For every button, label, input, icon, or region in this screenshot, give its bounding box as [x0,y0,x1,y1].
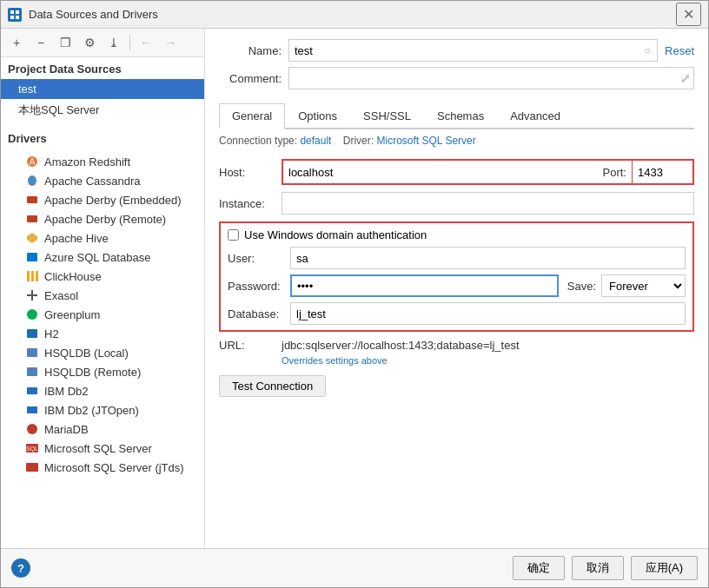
forward-button[interactable]: → [160,32,181,53]
driver-apache-hive[interactable]: Apache Hive [1,228,204,248]
tab-schemas[interactable]: Schemas [424,103,497,129]
name-input[interactable] [288,39,658,62]
conn-type-label: Connection type: [219,135,297,147]
driver-h2[interactable]: H2 [1,324,204,343]
tab-advanced[interactable]: Advanced [497,103,573,129]
driver-mssql[interactable]: SQL Microsoft SQL Server [1,439,204,458]
close-button[interactable]: ✕ [676,3,701,26]
driver-azure-sql[interactable]: Azure SQL Database [1,248,204,267]
instance-input[interactable] [282,192,694,215]
project-item-local-sql-label: 本地SQL Server [18,103,99,116]
tab-options[interactable]: Options [285,103,350,129]
driver-ibm-db2-label: IBM Db2 [44,385,89,398]
reset-link[interactable]: Reset [665,44,694,57]
driver-value[interactable]: Microsoft SQL Server [376,135,475,147]
driver-apache-derby-remote-label: Apache Derby (Remote) [44,213,166,226]
bottom-bar: ? 确定 取消 应用(A) [1,548,708,587]
tab-sshssl[interactable]: SSH/SSL [350,103,424,129]
settings-button[interactable]: ⚙ [79,32,100,53]
svg-rect-19 [27,367,37,376]
title-bar: Data Sources and Drivers ✕ [1,1,708,29]
host-input[interactable] [283,161,598,183]
window-title: Data Sources and Drivers [29,8,158,21]
url-value: jdbc:sqlserver://localhost:1433;database… [282,339,520,352]
save-select[interactable]: Forever Until restart Never [601,274,686,297]
svg-rect-21 [27,406,37,413]
windows-auth-row: Use Windows domain authentication [228,228,686,241]
driver-greenplum[interactable]: Greenplum [1,305,204,324]
driver-apache-cassandra-label: Apache Cassandra [44,175,141,188]
svg-rect-11 [27,271,30,281]
svg-rect-13 [36,271,38,281]
test-connection-button[interactable]: Test Connection [219,375,326,397]
windows-auth-checkbox[interactable] [228,229,239,241]
svg-rect-1 [16,10,19,14]
overrides-text[interactable]: Overrides settings above [282,355,388,366]
driver-ibm-db2-jtopen-label: IBM Db2 (JTOpen) [44,404,139,417]
driver-exasol-label: Exasol [44,289,78,302]
svg-rect-12 [31,271,34,281]
left-panel: + − ❐ ⚙ ⤓ ← → Project Data Sources test … [1,29,205,548]
left-toolbar: + − ❐ ⚙ ⤓ ← → [1,29,204,57]
tab-general[interactable]: General [219,103,285,129]
driver-ibm-db2[interactable]: IBM Db2 [1,381,204,400]
svg-rect-10 [27,253,37,261]
password-input[interactable] [290,274,559,297]
comment-input[interactable] [288,67,694,89]
port-input[interactable] [632,161,692,183]
driver-exasol-icon [25,288,39,302]
user-input[interactable] [290,247,686,269]
driver-apache-derby-remote-icon [25,212,39,226]
driver-hsqldb-local-label: HSQLDB (Local) [44,347,129,360]
svg-rect-18 [27,348,37,357]
back-button[interactable]: ← [136,32,156,53]
database-row: Database: [228,302,686,325]
driver-hsqldb-local[interactable]: HSQLDB (Local) [1,343,204,362]
driver-apache-derby-embedded[interactable]: Apache Derby (Embedded) [1,190,204,209]
name-clear-button[interactable]: ○ [640,43,654,57]
user-row: User: [228,247,686,269]
driver-hsqldb-remote[interactable]: HSQLDB (Remote) [1,362,204,381]
host-port-wrap: Port: [282,159,694,185]
copy-button[interactable]: ❐ [55,32,76,53]
url-label: URL: [219,339,282,352]
tabs-row: General Options SSH/SSL Schemas Advanced [219,103,694,129]
project-item-test[interactable]: test [1,79,204,99]
add-button[interactable]: + [6,32,27,53]
right-panel: Name: ○ Reset Comment: ⤢ [205,29,708,548]
cancel-button[interactable]: 取消 [572,556,624,580]
confirm-button[interactable]: 确定 [513,556,565,580]
export-button[interactable]: ⤓ [103,32,124,53]
host-row: Host: Port: [219,159,694,185]
driver-hsqldb-remote-label: HSQLDB (Remote) [44,366,141,379]
help-button[interactable]: ? [11,558,30,578]
driver-apache-cassandra[interactable]: Apache Cassandra [1,171,204,190]
instance-label: Instance: [219,197,282,210]
conn-type-value[interactable]: default [300,135,331,147]
driver-apache-derby-embedded-label: Apache Derby (Embedded) [44,194,182,207]
driver-h2-label: H2 [44,327,59,340]
driver-exasol[interactable]: Exasol [1,286,204,305]
driver-ibm-db2-jtopen-icon [25,403,39,417]
driver-ibm-db2-icon [25,384,39,398]
overrides-row: Overrides settings above [219,353,694,367]
driver-mariadb[interactable]: MariaDB [1,420,204,439]
svg-point-6 [28,175,36,186]
comment-expand-btn[interactable]: ⤢ [680,71,691,85]
driver-amazon-redshift-label: Amazon Redshift [44,155,130,168]
driver-apache-derby-remote[interactable]: Apache Derby (Remote) [1,209,204,228]
driver-mssql-jtds[interactable]: Microsoft SQL Server (jTds) [1,458,204,477]
drivers-section-title: Drivers [1,129,204,149]
driver-clickhouse[interactable]: ClickHouse [1,267,204,286]
app-icon [8,8,22,22]
apply-button[interactable]: 应用(A) [631,556,698,580]
driver-ibm-db2-jtopen[interactable]: IBM Db2 (JTOpen) [1,400,204,420]
database-input[interactable] [290,302,686,325]
project-item-local-sql[interactable]: 本地SQL Server [1,99,204,122]
driver-amazon-redshift[interactable]: A Amazon Redshift [1,152,204,171]
remove-button[interactable]: − [30,32,51,53]
password-row: Password: Save: Forever Until restart Ne… [228,274,686,297]
driver-azure-sql-label: Azure SQL Database [44,251,150,264]
driver-h2-icon [25,327,39,340]
driver-mssql-jtds-icon [25,460,39,474]
